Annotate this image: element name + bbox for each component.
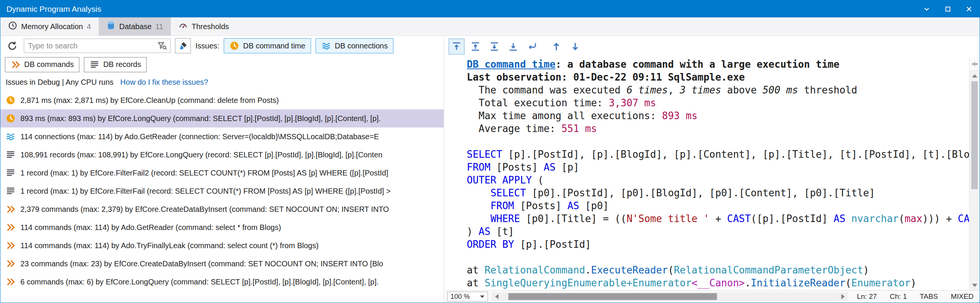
issue-detail-text: DB command time: a database command with… — [444, 57, 969, 290]
connections-icon — [6, 132, 16, 142]
issue-row[interactable]: 1 record (max: 1) by EfCore.FilterFail (… — [0, 182, 444, 200]
collapse-to-bottom-icon[interactable] — [505, 38, 521, 54]
list-header: Issues in Debug | Any CPU runs How do I … — [0, 73, 444, 91]
window-title: Dynamic Program Analysis — [6, 5, 101, 14]
issue-row[interactable]: 2,871 ms (max: 2,871 ms) by EfCore.Clean… — [0, 91, 444, 109]
issue-row[interactable]: 6 commands (max: 6) by EfCore.LongQuery … — [0, 273, 444, 291]
scroll-down-arrow[interactable] — [969, 280, 980, 290]
horizontal-scroll-track[interactable] — [501, 292, 838, 301]
code-line: at SingleQueryingEnumerable+Enumerator<_… — [467, 276, 969, 289]
wrap-return-icon[interactable] — [524, 38, 540, 54]
issues-panel: Issues: DB command timeDB connections DB… — [0, 36, 444, 303]
issue-row[interactable]: 108,991 records (max: 108,991) by EfCore… — [0, 146, 444, 164]
search-input[interactable] — [28, 41, 157, 50]
issue-row[interactable]: 2,379 commands (max: 2,379) by EfCore.Cr… — [0, 200, 444, 218]
tab-count-badge: 11 — [155, 22, 163, 31]
commands-icon — [6, 241, 16, 250]
records-icon — [89, 60, 99, 70]
code-line — [467, 251, 969, 264]
tab-label: Thresholds — [192, 22, 229, 31]
filter-toolbar-row2: DB commandsDB records — [0, 56, 444, 73]
code-line: Average time: 551 ms — [467, 122, 969, 135]
issue-row[interactable]: 1 record (max: 1) by EfCore.FilterFail2 … — [0, 164, 444, 182]
editor-status-bar: 100 % Ln: 27 Ch: 1 TABS MIXED — [444, 290, 980, 303]
commands-icon — [6, 259, 16, 269]
scroll-right-arrow[interactable] — [838, 292, 848, 301]
status-labels: Ln: 27 Ch: 1 TABS MIXED — [857, 292, 974, 301]
commands-icon — [11, 60, 21, 70]
vertical-scroll-thumb[interactable] — [971, 81, 978, 189]
code-line: OUTER APPLY ( — [467, 174, 969, 187]
code-line: Max time among all executions: 893 ms — [467, 109, 969, 122]
close-icon[interactable] — [958, 0, 980, 18]
window-position-icon[interactable] — [916, 0, 937, 18]
issue-row[interactable]: 114 commands (max: 114) by Ado.TryFinall… — [0, 236, 444, 255]
memory-icon — [8, 21, 18, 32]
code-line: SELECT [p].[PostId], [p].[BlogId], [p].[… — [467, 148, 969, 161]
tab-label: Memory Allocation — [21, 22, 83, 31]
issue-type-filters-2: DB commandsDB records — [5, 57, 146, 72]
records-icon — [6, 168, 16, 178]
code-line: ) AS [t] — [467, 225, 969, 238]
search-funnel-icon[interactable] — [157, 41, 167, 51]
clock-icon — [6, 113, 16, 123]
filter-label: DB commands — [24, 60, 74, 69]
issue-row[interactable]: 23 commands (max: 23) by EfCore.CreateDa… — [0, 255, 444, 273]
zoom-dropdown[interactable]: 100 % — [447, 292, 488, 301]
highlight-issues-button[interactable] — [175, 38, 191, 53]
tab-memory-allocation[interactable]: Memory Allocation4 — [0, 18, 99, 35]
code-line: The command was executed 6 times, 3 time… — [467, 84, 969, 96]
issue-text: 893 ms (max: 893 ms) by EfCore.LongQuery… — [21, 114, 380, 123]
detail-body: DB command time: a database command with… — [444, 57, 980, 290]
issue-text: 114 commands (max: 114) by Ado.TryFinall… — [21, 241, 318, 250]
code-line: FROM [Posts] AS [p] — [467, 161, 969, 174]
dynamic-program-analysis-window: Dynamic Program Analysis Memory Allocati… — [0, 0, 980, 303]
move-to-top-icon[interactable] — [468, 38, 484, 54]
issue-list: 2,871 ms (max: 2,871 ms) by EfCore.Clean… — [0, 91, 444, 303]
scroll-up-arrow[interactable] — [969, 71, 980, 81]
issue-text: 2,379 commands (max: 2,379) by EfCore.Cr… — [21, 205, 389, 214]
code-line: at RelationalCommand.ExecuteReader(Relat… — [467, 264, 969, 276]
tab-database[interactable]: Database11 — [99, 18, 171, 35]
issue-text: 114 commands (max: 114) by Ado.GetReader… — [21, 223, 281, 232]
code-line: WHERE [p0].[Title] = ((N'Some title ' + … — [467, 212, 969, 225]
issue-text: 114 connections (max: 114) by Ado.GetRea… — [21, 132, 379, 141]
editor-splitter-handle[interactable] — [969, 57, 980, 71]
scroll-left-arrow[interactable] — [492, 292, 501, 301]
issue-row[interactable]: 114 connections (max: 114) by Ado.GetRea… — [0, 128, 444, 146]
filter-db-commands[interactable]: DB commands — [5, 57, 80, 72]
commands-icon — [6, 277, 16, 287]
filter-db-connections[interactable]: DB connections — [316, 38, 393, 53]
maximize-icon[interactable] — [937, 0, 958, 18]
issue-text: 1 record (max: 1) by EfCore.FilterFail (… — [21, 187, 390, 196]
issue-text: 23 commands (max: 23) by EfCore.CreateDa… — [21, 260, 383, 268]
collapse-to-top-icon[interactable] — [449, 38, 465, 54]
issue-row[interactable]: 893 ms (max: 893 ms) by EfCore.LongQuery… — [0, 109, 444, 128]
horizontal-scroll-thumb[interactable] — [508, 293, 717, 300]
issue-text: 1 record (max: 1) by EfCore.FilterFail2 … — [21, 169, 388, 177]
filter-db-command-time[interactable]: DB command time — [224, 38, 311, 53]
filter-db-records[interactable]: DB records — [84, 57, 146, 72]
code-line: SELECT [p0].[PostId], [p0].[BlogId], [p0… — [467, 187, 969, 199]
chevron-down-icon — [480, 295, 485, 298]
move-to-bottom-icon[interactable] — [487, 38, 502, 54]
db-command-time-link[interactable]: DB command time — [467, 59, 555, 70]
detail-toolbar — [444, 36, 980, 57]
tab-label: Database — [119, 22, 152, 31]
next-issue-icon[interactable] — [567, 38, 583, 54]
tab-thresholds[interactable]: Thresholds — [171, 18, 237, 35]
vertical-scroll-track[interactable] — [969, 81, 980, 280]
horizontal-scrollbar — [492, 292, 848, 301]
issue-row[interactable]: 114 commands (max: 114) by Ado.GetReader… — [0, 218, 444, 236]
tabs-indicator: TABS — [920, 292, 938, 301]
clock-icon — [229, 41, 239, 51]
filter-label: DB connections — [335, 41, 388, 50]
search-box — [24, 38, 170, 53]
how-to-fix-link[interactable]: How do I fix these issues? — [120, 78, 208, 87]
refresh-button[interactable] — [5, 38, 19, 53]
code-line: ORDER BY [p].[PostId] — [467, 238, 969, 251]
connections-icon — [321, 41, 331, 51]
title-bar: Dynamic Program Analysis — [0, 0, 980, 18]
commands-icon — [6, 222, 16, 232]
previous-issue-icon[interactable] — [548, 38, 564, 54]
